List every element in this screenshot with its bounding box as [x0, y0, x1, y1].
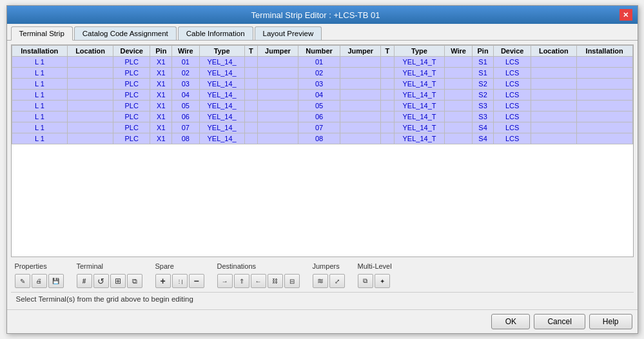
table-cell[interactable]: L 1 — [12, 111, 68, 122]
table-cell[interactable] — [531, 68, 576, 79]
table-cell[interactable] — [244, 111, 257, 122]
table-row[interactable]: L 1PLCX103YEL_14_03YEL_14_TS2LCS — [12, 79, 632, 90]
table-cell[interactable] — [68, 111, 113, 122]
table-cell[interactable] — [445, 122, 472, 133]
table-cell[interactable] — [257, 90, 298, 101]
btn-dest-3[interactable]: ← — [251, 274, 266, 288]
table-cell[interactable] — [340, 68, 381, 79]
table-cell[interactable]: 02 — [172, 68, 199, 79]
table-cell[interactable] — [445, 68, 472, 79]
table-cell[interactable] — [244, 57, 257, 68]
ok-button[interactable]: OK — [491, 314, 530, 329]
table-cell[interactable]: 07 — [298, 122, 340, 133]
btn-edit-properties[interactable] — [15, 274, 30, 288]
table-cell[interactable]: YEL_14_ — [199, 90, 244, 101]
table-cell[interactable]: 08 — [172, 133, 199, 144]
table-row[interactable]: L 1PLCX107YEL_14_07YEL_14_TS4LCS — [12, 122, 632, 133]
btn-multilevel-1[interactable]: ⧉ — [358, 274, 373, 288]
table-cell[interactable]: S2 — [472, 79, 494, 90]
btn-dest-2[interactable]: ⇑ — [234, 274, 249, 288]
btn-jumper-2[interactable]: ⤢ — [329, 274, 345, 288]
table-cell[interactable]: YEL_14_T — [394, 122, 445, 133]
table-cell[interactable]: YEL_14_T — [394, 57, 445, 68]
table-cell[interactable]: 06 — [298, 111, 340, 122]
table-row[interactable]: L 1PLCX104YEL_14_04YEL_14_TS2LCS — [12, 90, 632, 101]
table-cell[interactable] — [576, 90, 632, 101]
table-cell[interactable]: PLC — [113, 68, 150, 79]
table-cell[interactable]: L 1 — [12, 122, 68, 133]
table-cell[interactable]: YEL_14_ — [199, 133, 244, 144]
table-cell[interactable]: L 1 — [12, 57, 68, 68]
terminal-grid[interactable]: Installation Location Device Pin Wire Ty… — [11, 44, 634, 257]
table-cell[interactable]: X1 — [150, 68, 172, 79]
table-cell[interactable] — [445, 133, 472, 144]
table-cell[interactable]: YEL_14_ — [199, 101, 244, 111]
table-cell[interactable] — [68, 101, 113, 111]
table-cell[interactable] — [381, 101, 394, 111]
btn-print-properties[interactable]: 🖨 — [32, 274, 47, 288]
help-button[interactable]: Help — [589, 314, 632, 329]
btn-spare-remove[interactable] — [189, 274, 204, 288]
table-cell[interactable] — [340, 122, 381, 133]
table-cell[interactable] — [576, 68, 632, 79]
table-cell[interactable] — [340, 133, 381, 144]
table-cell[interactable]: 04 — [298, 90, 340, 101]
table-cell[interactable] — [340, 90, 381, 101]
table-cell[interactable]: 06 — [172, 111, 199, 122]
table-cell[interactable]: S3 — [472, 101, 494, 111]
table-cell[interactable] — [257, 57, 298, 68]
table-cell[interactable]: X1 — [150, 57, 172, 68]
table-cell[interactable] — [445, 57, 472, 68]
table-cell[interactable] — [531, 111, 576, 122]
table-cell[interactable]: YEL_14_ — [199, 79, 244, 90]
table-cell[interactable] — [445, 79, 472, 90]
table-cell[interactable] — [257, 133, 298, 144]
table-cell[interactable]: LCS — [494, 68, 531, 79]
table-cell[interactable] — [381, 57, 394, 68]
table-cell[interactable]: 03 — [298, 79, 340, 90]
table-cell[interactable]: S4 — [472, 122, 494, 133]
table-cell[interactable] — [68, 122, 113, 133]
table-cell[interactable] — [381, 79, 394, 90]
table-cell[interactable]: X1 — [150, 79, 172, 90]
table-row[interactable]: L 1PLCX101YEL_14_01YEL_14_TS1LCS — [12, 57, 632, 68]
table-cell[interactable] — [68, 133, 113, 144]
table-cell[interactable] — [381, 133, 394, 144]
table-cell[interactable]: 05 — [172, 101, 199, 111]
table-cell[interactable]: YEL_14_T — [394, 68, 445, 79]
table-cell[interactable] — [244, 133, 257, 144]
table-cell[interactable]: S1 — [472, 68, 494, 79]
table-cell[interactable]: PLC — [113, 111, 150, 122]
table-cell[interactable]: 05 — [298, 101, 340, 111]
table-cell[interactable]: YEL_14_T — [394, 79, 445, 90]
btn-terminal-hash[interactable] — [77, 274, 92, 288]
btn-terminal-grid[interactable] — [110, 274, 126, 288]
table-cell[interactable]: YEL_14_T — [394, 90, 445, 101]
table-cell[interactable]: 01 — [298, 57, 340, 68]
table-cell[interactable]: L 1 — [12, 90, 68, 101]
btn-multilevel-2[interactable]: ✦ — [375, 274, 390, 288]
table-cell[interactable]: YEL_14_T — [394, 111, 445, 122]
table-cell[interactable]: L 1 — [12, 133, 68, 144]
table-cell[interactable]: YEL_14_T — [394, 101, 445, 111]
btn-dest-1[interactable]: → — [217, 274, 233, 288]
table-cell[interactable] — [68, 68, 113, 79]
table-cell[interactable] — [257, 111, 298, 122]
table-cell[interactable] — [531, 79, 576, 90]
table-cell[interactable]: X1 — [150, 122, 172, 133]
btn-dest-4[interactable]: ⛓ — [268, 274, 283, 288]
table-cell[interactable] — [257, 68, 298, 79]
table-cell[interactable] — [576, 57, 632, 68]
table-cell[interactable]: PLC — [113, 101, 150, 111]
table-cell[interactable]: PLC — [113, 90, 150, 101]
table-cell[interactable] — [244, 68, 257, 79]
table-cell[interactable] — [576, 111, 632, 122]
table-cell[interactable] — [445, 101, 472, 111]
btn-jumper-1[interactable]: ≋ — [313, 274, 328, 288]
table-cell[interactable]: YEL_14_T — [394, 133, 445, 144]
table-cell[interactable]: LCS — [494, 101, 531, 111]
tab-terminal-strip[interactable]: Terminal Strip — [11, 26, 73, 41]
table-cell[interactable] — [576, 79, 632, 90]
table-cell[interactable]: S1 — [472, 57, 494, 68]
table-cell[interactable]: X1 — [150, 111, 172, 122]
